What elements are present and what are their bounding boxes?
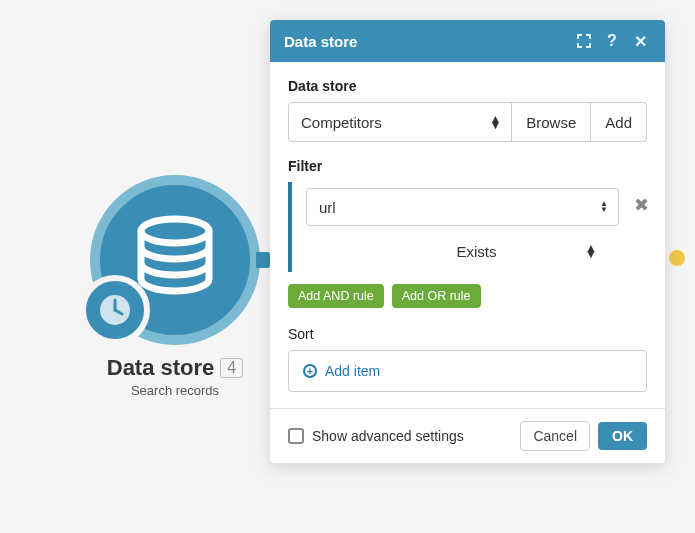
chevron-updown-icon: ▲▼ (585, 245, 597, 257)
add-or-rule-button[interactable]: Add OR rule (392, 284, 481, 308)
advanced-checkbox[interactable] (288, 428, 304, 444)
node-title-row: Data store 4 (85, 355, 265, 381)
svg-point-0 (141, 219, 209, 243)
sort-label: Sort (288, 326, 647, 342)
datastore-value: Competitors (301, 114, 382, 131)
add-sort-item-button[interactable]: + Add item (303, 363, 632, 379)
node-circle[interactable] (90, 175, 260, 345)
add-and-rule-button[interactable]: Add AND rule (288, 284, 384, 308)
ok-button[interactable]: OK (598, 422, 647, 450)
clock-badge (80, 275, 150, 345)
expand-icon[interactable] (573, 30, 595, 52)
rule-buttons: Add AND rule Add OR rule (288, 284, 647, 308)
help-icon[interactable]: ? (601, 30, 623, 52)
filter-label: Filter (288, 158, 647, 174)
filter-field-select[interactable]: url ▲▼ (306, 188, 619, 226)
clock-icon (95, 290, 135, 330)
database-icon (133, 215, 217, 305)
dialog-footer: Show advanced settings Cancel OK (270, 408, 665, 463)
cancel-button[interactable]: Cancel (520, 421, 590, 451)
advanced-label: Show advanced settings (312, 428, 520, 444)
filter-condition-value: Exists (456, 243, 496, 260)
node-title: Data store (107, 355, 215, 381)
plus-circle-icon: + (303, 364, 317, 378)
connector-dot[interactable] (669, 250, 685, 266)
remove-filter-icon[interactable]: ✖ (634, 194, 649, 216)
filter-block: url ▲▼ ✖ Exists ▲▼ (288, 182, 647, 272)
add-button[interactable]: Add (591, 102, 647, 142)
dialog-title: Data store (284, 33, 567, 50)
chevron-updown-icon: ▲▼ (600, 201, 608, 213)
node-subtitle: Search records (85, 383, 265, 398)
dialog-body: Data store Competitors ▲▼ Browse Add Fil… (270, 62, 665, 408)
datastore-label: Data store (288, 78, 647, 94)
filter-field-value: url (319, 199, 336, 216)
dialog-header: Data store ? ✕ (270, 20, 665, 62)
dialog-data-store: Data store ? ✕ Data store Competitors ▲▼… (270, 20, 665, 463)
chevron-updown-icon: ▲▼ (489, 116, 501, 128)
add-item-label: Add item (325, 363, 380, 379)
filter-condition-select[interactable]: Exists ▲▼ (336, 236, 617, 266)
sort-box: + Add item (288, 350, 647, 392)
browse-button[interactable]: Browse (512, 102, 591, 142)
datastore-select[interactable]: Competitors ▲▼ (288, 102, 512, 142)
close-icon[interactable]: ✕ (629, 30, 651, 52)
node-step-badge: 4 (220, 358, 243, 378)
node-data-store[interactable]: Data store 4 Search records (85, 175, 265, 398)
datastore-row: Competitors ▲▼ Browse Add (288, 102, 647, 142)
